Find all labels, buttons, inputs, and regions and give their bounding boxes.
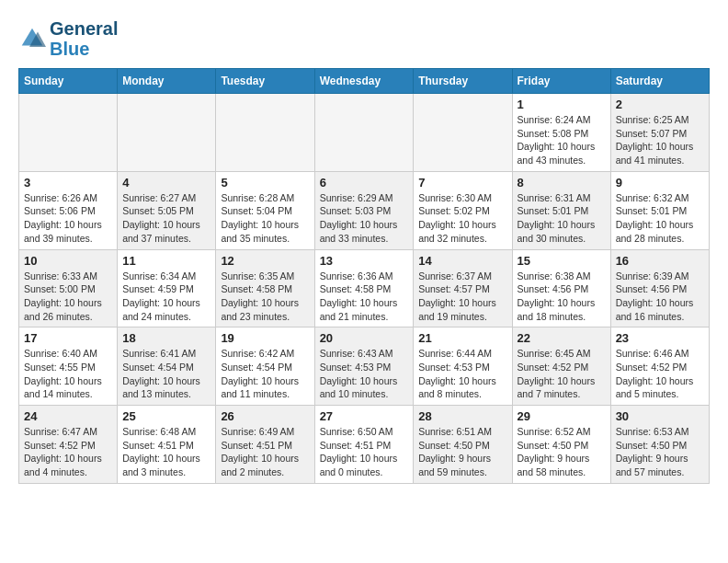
day-number: 5: [221, 176, 309, 190]
weekday-header-tuesday: Tuesday: [216, 69, 314, 94]
day-info: Sunrise: 6:25 AM Sunset: 5:07 PM Dayligh…: [616, 113, 704, 167]
day-number: 27: [320, 409, 409, 423]
day-info: Sunrise: 6:26 AM Sunset: 5:06 PM Dayligh…: [24, 191, 112, 246]
day-info: Sunrise: 6:39 AM Sunset: 4:56 PM Dayligh…: [616, 270, 704, 324]
day-number: 22: [518, 331, 606, 345]
logo: General Blue: [18, 18, 118, 59]
day-info: Sunrise: 6:47 AM Sunset: 4:52 PM Dayligh…: [24, 425, 112, 479]
day-info: Sunrise: 6:30 AM Sunset: 5:02 PM Dayligh…: [418, 191, 506, 246]
day-number: 3: [24, 176, 112, 190]
calendar-cell: 2Sunrise: 6:25 AM Sunset: 5:07 PM Daylig…: [610, 94, 709, 172]
day-number: 11: [122, 254, 210, 268]
calendar-cell: 25Sunrise: 6:48 AM Sunset: 4:51 PM Dayli…: [118, 406, 216, 484]
day-info: Sunrise: 6:48 AM Sunset: 4:51 PM Dayligh…: [122, 425, 210, 479]
day-number: 25: [122, 409, 210, 423]
day-info: Sunrise: 6:24 AM Sunset: 5:08 PM Dayligh…: [518, 113, 606, 167]
calendar-cell: 20Sunrise: 6:43 AM Sunset: 4:53 PM Dayli…: [314, 327, 414, 406]
day-number: 14: [418, 254, 506, 268]
day-number: 16: [616, 254, 704, 268]
day-number: 9: [616, 176, 704, 190]
day-info: Sunrise: 6:32 AM Sunset: 5:01 PM Dayligh…: [616, 191, 704, 246]
calendar-table: SundayMondayTuesdayWednesdayThursdayFrid…: [18, 68, 710, 484]
calendar-cell: 27Sunrise: 6:50 AM Sunset: 4:51 PM Dayli…: [314, 406, 414, 484]
calendar-cell: 21Sunrise: 6:44 AM Sunset: 4:53 PM Dayli…: [414, 327, 512, 406]
logo-text-line2: Blue: [50, 39, 118, 59]
day-number: 29: [518, 409, 606, 423]
calendar-week-1: 3Sunrise: 6:26 AM Sunset: 5:06 PM Daylig…: [19, 171, 710, 249]
day-number: 28: [418, 409, 506, 423]
day-number: 17: [24, 331, 112, 345]
day-info: Sunrise: 6:49 AM Sunset: 4:51 PM Dayligh…: [221, 425, 309, 479]
calendar-cell: 24Sunrise: 6:47 AM Sunset: 4:52 PM Dayli…: [19, 406, 118, 484]
calendar-cell: 17Sunrise: 6:40 AM Sunset: 4:55 PM Dayli…: [19, 327, 118, 406]
day-info: Sunrise: 6:44 AM Sunset: 4:53 PM Dayligh…: [418, 347, 506, 401]
day-info: Sunrise: 6:53 AM Sunset: 4:50 PM Dayligh…: [616, 425, 704, 479]
calendar-cell: 12Sunrise: 6:35 AM Sunset: 4:58 PM Dayli…: [216, 249, 314, 327]
day-number: 12: [221, 254, 309, 268]
day-info: Sunrise: 6:50 AM Sunset: 4:51 PM Dayligh…: [320, 425, 409, 479]
day-info: Sunrise: 6:34 AM Sunset: 4:59 PM Dayligh…: [122, 270, 210, 324]
day-number: 6: [320, 176, 409, 190]
calendar-cell: [314, 94, 414, 172]
calendar-week-2: 10Sunrise: 6:33 AM Sunset: 5:00 PM Dayli…: [19, 249, 710, 327]
day-info: Sunrise: 6:38 AM Sunset: 4:56 PM Dayligh…: [518, 270, 606, 324]
day-info: Sunrise: 6:43 AM Sunset: 4:53 PM Dayligh…: [320, 347, 409, 401]
day-info: Sunrise: 6:41 AM Sunset: 4:54 PM Dayligh…: [122, 347, 210, 401]
day-number: 21: [418, 331, 506, 345]
day-number: 2: [616, 98, 704, 111]
calendar-week-3: 17Sunrise: 6:40 AM Sunset: 4:55 PM Dayli…: [19, 327, 710, 406]
day-info: Sunrise: 6:36 AM Sunset: 4:58 PM Dayligh…: [320, 270, 409, 324]
day-number: 13: [320, 254, 409, 268]
calendar-cell: 28Sunrise: 6:51 AM Sunset: 4:50 PM Dayli…: [414, 406, 512, 484]
calendar-week-4: 24Sunrise: 6:47 AM Sunset: 4:52 PM Dayli…: [19, 406, 710, 484]
calendar-cell: 16Sunrise: 6:39 AM Sunset: 4:56 PM Dayli…: [610, 249, 709, 327]
calendar-cell: 29Sunrise: 6:52 AM Sunset: 4:50 PM Dayli…: [512, 406, 610, 484]
day-number: 18: [122, 331, 210, 345]
calendar-cell: 8Sunrise: 6:31 AM Sunset: 5:01 PM Daylig…: [512, 171, 610, 249]
calendar-cell: [118, 94, 216, 172]
calendar-cell: 23Sunrise: 6:46 AM Sunset: 4:52 PM Dayli…: [610, 327, 709, 406]
calendar-week-0: 1Sunrise: 6:24 AM Sunset: 5:08 PM Daylig…: [19, 94, 710, 172]
calendar-cell: 11Sunrise: 6:34 AM Sunset: 4:59 PM Dayli…: [118, 249, 216, 327]
calendar-cell: 22Sunrise: 6:45 AM Sunset: 4:52 PM Dayli…: [512, 327, 610, 406]
calendar-cell: 26Sunrise: 6:49 AM Sunset: 4:51 PM Dayli…: [216, 406, 314, 484]
logo-text-line1: General: [50, 18, 118, 39]
day-info: Sunrise: 6:40 AM Sunset: 4:55 PM Dayligh…: [24, 347, 112, 401]
calendar-cell: 3Sunrise: 6:26 AM Sunset: 5:06 PM Daylig…: [19, 171, 118, 249]
day-number: 15: [518, 254, 606, 268]
calendar-cell: 19Sunrise: 6:42 AM Sunset: 4:54 PM Dayli…: [216, 327, 314, 406]
weekday-header-row: SundayMondayTuesdayWednesdayThursdayFrid…: [19, 69, 710, 94]
calendar-cell: [19, 94, 118, 172]
calendar-cell: 5Sunrise: 6:28 AM Sunset: 5:04 PM Daylig…: [216, 171, 314, 249]
calendar-cell: 10Sunrise: 6:33 AM Sunset: 5:00 PM Dayli…: [19, 249, 118, 327]
day-info: Sunrise: 6:37 AM Sunset: 4:57 PM Dayligh…: [418, 270, 506, 324]
day-info: Sunrise: 6:33 AM Sunset: 5:00 PM Dayligh…: [24, 270, 112, 324]
calendar-cell: [414, 94, 512, 172]
day-number: 23: [616, 331, 704, 345]
day-number: 10: [24, 254, 112, 268]
calendar-cell: 4Sunrise: 6:27 AM Sunset: 5:05 PM Daylig…: [118, 171, 216, 249]
day-number: 24: [24, 409, 112, 423]
day-info: Sunrise: 6:45 AM Sunset: 4:52 PM Dayligh…: [518, 347, 606, 401]
calendar-cell: 14Sunrise: 6:37 AM Sunset: 4:57 PM Dayli…: [414, 249, 512, 327]
weekday-header-monday: Monday: [118, 69, 216, 94]
day-number: 20: [320, 331, 409, 345]
calendar-cell: 7Sunrise: 6:30 AM Sunset: 5:02 PM Daylig…: [414, 171, 512, 249]
day-number: 19: [221, 331, 309, 345]
calendar-cell: 1Sunrise: 6:24 AM Sunset: 5:08 PM Daylig…: [512, 94, 610, 172]
calendar-cell: [216, 94, 314, 172]
day-info: Sunrise: 6:51 AM Sunset: 4:50 PM Dayligh…: [418, 425, 506, 479]
calendar-cell: 9Sunrise: 6:32 AM Sunset: 5:01 PM Daylig…: [610, 171, 709, 249]
logo-icon: [18, 25, 46, 52]
day-info: Sunrise: 6:29 AM Sunset: 5:03 PM Dayligh…: [320, 191, 409, 246]
day-number: 30: [616, 409, 704, 423]
day-number: 4: [122, 176, 210, 190]
weekday-header-wednesday: Wednesday: [314, 69, 414, 94]
calendar-cell: 30Sunrise: 6:53 AM Sunset: 4:50 PM Dayli…: [610, 406, 709, 484]
calendar-cell: 18Sunrise: 6:41 AM Sunset: 4:54 PM Dayli…: [118, 327, 216, 406]
day-info: Sunrise: 6:27 AM Sunset: 5:05 PM Dayligh…: [122, 191, 210, 246]
weekday-header-thursday: Thursday: [414, 69, 512, 94]
day-number: 1: [518, 98, 606, 111]
page-header: General Blue: [18, 18, 710, 59]
weekday-header-sunday: Sunday: [19, 69, 118, 94]
